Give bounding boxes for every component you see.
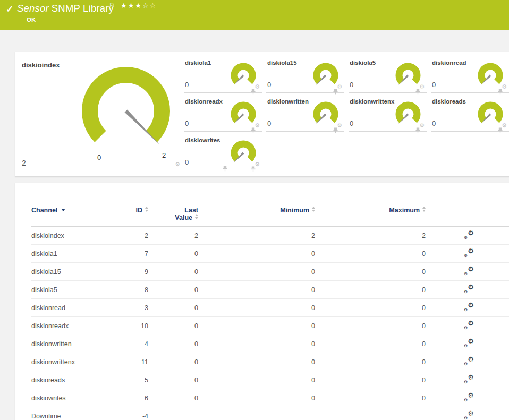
channel-minimum-cell: 0 [198, 281, 315, 299]
pin-icon[interactable] [498, 127, 503, 133]
column-header-maximum[interactable]: Maximum [315, 207, 426, 227]
channel-actions-cell: ⚙⚙ [426, 335, 509, 353]
sort-icon [145, 207, 148, 212]
gauge-value: 0 [432, 81, 436, 89]
channel-last-value-cell: 0 [148, 263, 198, 281]
channel-id-cell: 6 [132, 389, 148, 407]
gauge-value: 0 [267, 81, 271, 89]
gauge-value: 2 [22, 159, 26, 167]
channel-actions-cell: ⚙⚙ [426, 353, 509, 371]
gauge-dial [394, 63, 422, 87]
edit-channel-settings-icon[interactable]: ⚙⚙ [464, 375, 474, 384]
gauge-tile: diskionread 0 ⚙ [431, 58, 509, 93]
gauge-dial [311, 63, 340, 87]
channel-maximum-cell: 0 [315, 281, 426, 299]
edit-channel-settings-icon[interactable]: ⚙⚙ [464, 393, 474, 402]
channel-name-cell: diskiola5 [31, 281, 132, 299]
channel-maximum-cell: 0 [315, 371, 426, 389]
edit-channel-settings-icon[interactable]: ⚙⚙ [464, 230, 474, 239]
edit-channel-settings-icon[interactable]: ⚙⚙ [464, 357, 474, 366]
channel-actions-cell: ⚙⚙ [426, 299, 509, 317]
sensor-status-header: ✓ SensorSNMP Library ⚐ ★★★☆☆ OK [0, 0, 509, 30]
channel-actions-cell: ⚙⚙ [426, 281, 509, 299]
channel-table: Channel ID LastValue Minimum Maximum dis… [31, 207, 509, 420]
channel-row: diskiola15 9 0 0 0 ⚙⚙ [31, 263, 509, 281]
channel-maximum-cell: 0 [315, 353, 426, 371]
channel-row: diskiola5 8 0 0 0 ⚙⚙ [31, 281, 509, 299]
gauges-panel: diskioindex 0 2 2 ⚙ diskiola1 0 [15, 52, 509, 177]
gauge-dial [229, 63, 258, 87]
gauge-label: diskionwritten [267, 98, 309, 105]
channel-actions-cell: ⚙⚙ [426, 227, 509, 245]
pin-icon[interactable] [333, 127, 338, 133]
column-header-id[interactable]: ID [132, 207, 148, 227]
channel-last-value-cell: 0 [148, 245, 198, 263]
pin-icon[interactable] [498, 89, 503, 95]
pin-icon[interactable] [251, 89, 256, 95]
channel-row: diskionread 3 0 0 0 ⚙⚙ [31, 299, 509, 317]
channel-minimum-cell: 0 [198, 317, 315, 335]
channel-name-cell: diskionread [31, 299, 132, 317]
edit-channel-settings-icon[interactable]: ⚙⚙ [464, 339, 474, 348]
flag-icon[interactable]: ⚐ [109, 2, 115, 9]
primary-gauge-tile: diskioindex 0 2 2 ⚙ [20, 58, 182, 170]
channel-row: diskioindex 2 2 2 2 ⚙⚙ [31, 227, 509, 245]
channel-actions-cell: ⚙⚙ [426, 371, 509, 389]
pin-icon[interactable] [251, 166, 256, 172]
column-header-minimum[interactable]: Minimum [198, 207, 315, 227]
pin-icon[interactable] [415, 89, 420, 95]
gauge-label: diskionreadx [185, 98, 223, 105]
channel-last-value-cell: 0 [148, 299, 198, 317]
sensor-name: SNMP Library [52, 3, 114, 14]
gauge-tile: diskiola15 0 ⚙ [266, 58, 344, 93]
channel-maximum-cell: 0 [315, 389, 426, 407]
gauge-dial [229, 101, 258, 126]
gauge-dial [67, 62, 184, 151]
gauge-value: 0 [185, 81, 189, 89]
channel-row: Downtime -4 ⚙⚙ [31, 407, 509, 420]
channel-maximum-cell: 0 [315, 335, 426, 353]
status-ok-check-icon: ✓ [6, 4, 13, 15]
channel-actions-cell: ⚙⚙ [426, 389, 509, 407]
channel-maximum-cell [315, 407, 426, 420]
channel-row: diskiola1 7 0 0 0 ⚙⚙ [31, 245, 509, 263]
gauge-value: 0 [185, 158, 189, 166]
pin-icon[interactable] [333, 89, 338, 95]
channel-row: diskionwrittenx 11 0 0 0 ⚙⚙ [31, 353, 509, 371]
gauge-tile: diskionwritten 0 ⚙ [266, 97, 344, 132]
channel-maximum-cell: 2 [315, 227, 426, 245]
channel-last-value-cell: 0 [148, 317, 198, 335]
channel-actions-cell: ⚙⚙ [426, 317, 509, 335]
gauge-dial [311, 101, 340, 126]
edit-channel-settings-icon[interactable]: ⚙⚙ [464, 267, 474, 276]
pin-icon[interactable] [415, 127, 420, 133]
gauge-value: 0 [185, 119, 189, 127]
channel-name-cell: diskiola15 [31, 263, 132, 281]
gauge-settings-gear-icon[interactable]: ⚙ [175, 161, 180, 167]
channel-maximum-cell: 0 [315, 245, 426, 263]
channel-id-cell: 8 [132, 281, 148, 299]
edit-channel-settings-icon[interactable]: ⚙⚙ [464, 248, 474, 258]
sort-icon [422, 207, 426, 212]
channel-row: diskionreadx 10 0 0 0 ⚙⚙ [31, 317, 509, 335]
channel-id-cell: 7 [132, 245, 148, 263]
gauge-tile: diskionwrittenx 0 ⚙ [349, 97, 427, 132]
pin-icon[interactable] [251, 127, 256, 133]
gauge-tile: diskioreads 0 ⚙ [431, 97, 509, 132]
column-header-channel[interactable]: Channel [31, 207, 132, 227]
column-header-last-value[interactable]: LastValue [148, 207, 198, 227]
rating-stars[interactable]: ★★★☆☆ [121, 2, 157, 10]
channel-minimum-cell: 0 [198, 353, 315, 371]
channel-last-value-cell: 0 [148, 281, 198, 299]
channel-actions-cell: ⚙⚙ [426, 245, 509, 263]
channel-row: diskionwritten 4 0 0 0 ⚙⚙ [31, 335, 509, 353]
column-header-actions [426, 207, 509, 227]
channel-row: diskiowrites 6 0 0 0 ⚙⚙ [31, 389, 509, 407]
channel-last-value-cell: 0 [148, 353, 198, 371]
channel-name-cell: diskioreads [31, 371, 132, 389]
edit-channel-settings-icon[interactable]: ⚙⚙ [464, 303, 474, 312]
edit-channel-settings-icon[interactable]: ⚙⚙ [464, 411, 474, 420]
edit-channel-settings-icon[interactable]: ⚙⚙ [464, 285, 474, 294]
edit-channel-settings-icon[interactable]: ⚙⚙ [464, 321, 474, 330]
channel-minimum-cell [198, 407, 315, 420]
